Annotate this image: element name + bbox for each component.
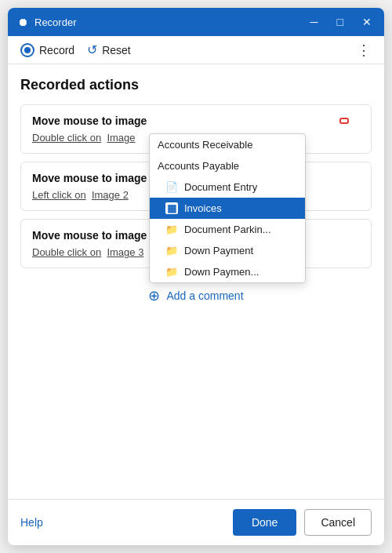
footer: Help Done Cancel (8, 499, 384, 545)
toolbar: Record ↺ Reset ⋮ (8, 36, 384, 64)
cancel-button[interactable]: Cancel (304, 509, 372, 536)
toolbar-left: Record ↺ Reset (20, 42, 131, 57)
dropdown-item-label: Accounts Receivable (158, 139, 252, 151)
more-options-button[interactable]: ⋮ (357, 43, 372, 57)
dropdown-item-label: Accounts Payable (158, 160, 239, 172)
add-comment-label: Add a comment (166, 289, 243, 302)
image-select-button-3[interactable] (343, 234, 349, 237)
action-title-2: Move mouse to image (32, 172, 147, 184)
action-card-header-1: Move mouse to image (32, 115, 360, 127)
document-parking-icon: 📁 (165, 224, 178, 235)
add-comment-icon: ⊕ (148, 289, 160, 303)
title-bar-controls: ─ □ ✕ (307, 15, 375, 29)
record-button[interactable]: Record (20, 43, 74, 57)
dropdown-item-label: Down Paymen... (184, 266, 259, 278)
action-detail-link-1[interactable]: Image (107, 132, 135, 144)
dropdown-item-down-payment[interactable]: 📁 Down Payment (150, 240, 305, 261)
dropdown-item-label: Invoices (184, 202, 222, 214)
dropdown-item-label: Down Payment (184, 245, 253, 256)
minimize-button[interactable]: ─ (307, 15, 321, 29)
recorder-window: ⏺ Recorder ─ □ ✕ Record ↺ Reset ⋮ Record… (8, 8, 384, 545)
document-entry-icon: 📄 (165, 181, 178, 193)
maximize-button[interactable]: □ (334, 15, 347, 29)
invoices-icon: ▦ (165, 202, 178, 214)
action-title-1: Move mouse to image (32, 115, 147, 127)
title-bar-left: ⏺ Recorder (17, 16, 76, 28)
action-icons-1 (339, 118, 360, 124)
reset-icon: ↺ (87, 42, 97, 57)
delete-button-1[interactable] (354, 119, 360, 122)
dropdown-item-accounts-receivable[interactable]: Accounts Receivable (150, 134, 305, 155)
dropdown-item-document-entry[interactable]: 📄 Document Entry (150, 176, 305, 198)
action-detail-link-2[interactable]: Image 2 (92, 189, 129, 201)
reset-label: Reset (102, 44, 131, 56)
close-button[interactable]: ✕ (359, 15, 375, 29)
recorder-icon: ⏺ (17, 16, 28, 28)
section-title: Recorded actions (20, 77, 372, 93)
down-payment-2-icon: 📁 (165, 266, 178, 278)
done-button[interactable]: Done (233, 509, 296, 536)
dropdown-item-label: Document Entry (184, 181, 257, 193)
add-comment-button[interactable]: ⊕ Add a comment (20, 279, 372, 312)
down-payment-icon: 📁 (165, 245, 178, 256)
delete-button-3[interactable] (354, 234, 360, 237)
image-select-button-1[interactable] (339, 118, 349, 124)
content-area: Recorded actions Move mouse to image (8, 64, 384, 499)
title-bar: ⏺ Recorder ─ □ ✕ (8, 8, 384, 36)
record-label: Record (39, 44, 74, 56)
dropdown-item-document-parking[interactable]: 📁 Document Parkin... (150, 219, 305, 240)
record-circle-icon (20, 43, 34, 57)
action-title-3: Move mouse to image (32, 229, 147, 242)
action-detail-text-3: Double click on (32, 246, 101, 258)
delete-button-2[interactable] (354, 176, 360, 180)
action-icons-3 (343, 234, 360, 237)
record-dot-icon (24, 47, 31, 53)
dropdown-item-invoices[interactable]: ▦ Invoices (150, 198, 305, 219)
action-detail-text-2: Left click on (32, 189, 86, 201)
action-detail-link-3[interactable]: Image 3 (107, 246, 143, 258)
image-select-button-2[interactable] (343, 176, 349, 180)
window-title: Recorder (34, 16, 76, 28)
action-detail-text-1: Double click on (32, 132, 101, 144)
footer-actions: Done Cancel (233, 509, 372, 536)
dropdown-item-down-payment-2[interactable]: 📁 Down Paymen... (150, 261, 305, 282)
action-icons-2 (343, 176, 360, 180)
reset-button[interactable]: ↺ Reset (87, 42, 131, 57)
help-button[interactable]: Help (20, 516, 43, 529)
dropdown-item-label: Document Parkin... (184, 224, 271, 235)
dropdown-menu: Accounts Receivable Accounts Payable 📄 D… (149, 133, 306, 283)
dropdown-item-accounts-payable[interactable]: Accounts Payable (150, 155, 305, 176)
